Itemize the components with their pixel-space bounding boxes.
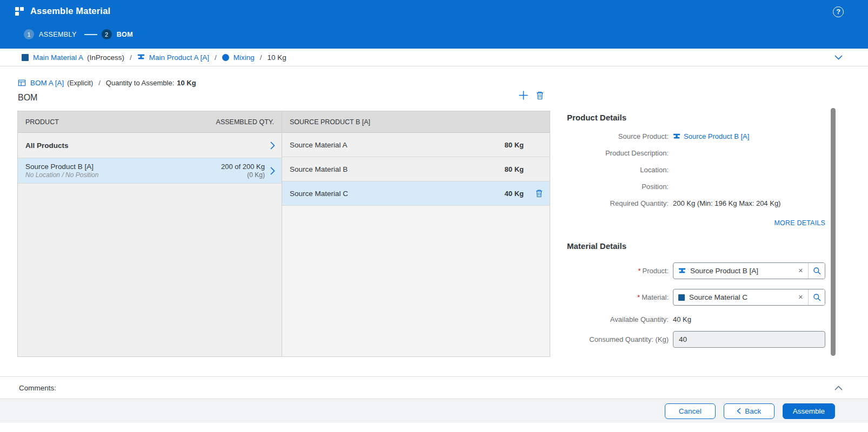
row-all-products[interactable]: All Products	[18, 133, 282, 158]
field-position: Position:	[567, 181, 825, 192]
quantity-to-assemble-label: Quantity to Assemble:	[106, 79, 174, 87]
bom-link[interactable]: BOM A [A]	[30, 79, 64, 87]
bom-table-actions	[518, 90, 544, 100]
material-panel: SOURCE PRODUCT B [A] Source Material A 8…	[282, 111, 550, 356]
clear-icon[interactable]: ✕	[793, 294, 808, 301]
delete-icon[interactable]	[536, 91, 544, 100]
step-assembly[interactable]: 1 ASSEMBLY	[24, 29, 77, 39]
breadcrumb-operation-link[interactable]: Mixing	[233, 53, 255, 62]
app-logo-icon	[15, 6, 24, 16]
breadcrumb-separator: /	[98, 79, 101, 87]
product-field-label: *Product:	[567, 267, 669, 275]
app-brand: Assemble Material	[15, 6, 110, 16]
material-field-label: *Material:	[567, 293, 669, 301]
more-details-link[interactable]: MORE DETAILS	[567, 219, 825, 227]
step-connector	[84, 34, 97, 35]
form-row-available-quantity: Available Quantity: 40 Kg	[567, 315, 825, 323]
wizard-steps: 1 ASSEMBLY 2 BOM	[24, 29, 133, 39]
consumed-quantity-label: Consumed Quantity: (Kg)	[567, 335, 669, 343]
breadcrumb-separator: /	[130, 53, 132, 62]
column-product: PRODUCT	[25, 118, 59, 126]
breadcrumb-separator: /	[260, 53, 262, 62]
bom-table-icon	[18, 79, 26, 87]
product-row-text: Source Product B [A] No Location / No Po…	[25, 162, 221, 179]
product-details-fields: Source Product: Source Product B [A] Pro…	[567, 131, 825, 215]
form-row-consumed-quantity: Consumed Quantity: (Kg)	[567, 331, 825, 348]
form-row-material: *Material: Source Material C ✕	[567, 289, 825, 306]
cancel-button[interactable]: Cancel	[665, 403, 716, 419]
product-description-label: Product Description:	[567, 148, 669, 158]
search-icon[interactable]	[808, 263, 825, 279]
material-field-value: Source Material C	[689, 293, 793, 301]
field-location: Location:	[567, 165, 825, 175]
step-assembly-label: ASSEMBLY	[39, 31, 77, 38]
material-qty: 80 Kg	[505, 141, 524, 149]
field-product-description: Product Description:	[567, 148, 825, 158]
material-panel-header: SOURCE PRODUCT B [A]	[282, 111, 550, 133]
column-assembled-qty: ASSEMBLED QTY.	[216, 118, 274, 126]
chevron-right-icon[interactable]	[270, 167, 275, 175]
row-source-material-b[interactable]: Source Material B 80 Kg	[282, 157, 550, 181]
breadcrumb-main-product-link[interactable]: Main Product A [A]	[149, 53, 209, 62]
search-icon[interactable]	[808, 289, 825, 305]
help-button[interactable]: ?	[833, 6, 844, 17]
material-details-form: *Product: Source Product B [A] ✕ *Materi…	[567, 262, 825, 357]
assemble-button[interactable]: Assemble	[783, 403, 835, 419]
chevron-down-icon[interactable]	[834, 55, 843, 60]
app-title: Assemble Material	[30, 6, 110, 16]
product-field[interactable]: Source Product B [A] ✕	[673, 262, 825, 279]
material-details-title: Material Details	[567, 241, 626, 251]
bom-table: PRODUCT ASSEMBLED QTY. All Products Sour…	[17, 111, 550, 357]
breadcrumb: Main Material A (InProcess) / Main Produ…	[0, 49, 868, 66]
step-bom[interactable]: 2 BOM	[102, 29, 133, 39]
chevron-right-icon[interactable]	[270, 141, 275, 150]
material-name: Source Material B	[290, 165, 505, 173]
material-qty: 40 Kg	[505, 190, 524, 198]
product-details-title: Product Details	[567, 113, 626, 122]
bom-type: (Explicit)	[67, 79, 93, 87]
available-quantity-value: 40 Kg	[673, 315, 691, 323]
breadcrumb-separator: /	[215, 53, 217, 62]
product-icon	[137, 53, 145, 61]
column-source-product: SOURCE PRODUCT B [A]	[290, 118, 370, 126]
delete-icon[interactable]	[535, 189, 543, 198]
required-marker: *	[638, 267, 641, 275]
row-source-product-b[interactable]: Source Product B [A] No Location / No Po…	[18, 158, 282, 184]
chevron-up-icon[interactable]	[834, 386, 843, 390]
product-icon	[673, 133, 680, 140]
consumed-quantity-input[interactable]	[673, 331, 825, 348]
required-marker: *	[637, 293, 640, 301]
material-field[interactable]: Source Material C ✕	[673, 289, 825, 306]
assemble-material-screen: Assemble Material ? 1 ASSEMBLY 2 BOM Mai…	[0, 0, 868, 432]
quantity-to-assemble-value: 10 Kg	[177, 79, 196, 87]
add-icon[interactable]	[518, 90, 529, 100]
source-product-link[interactable]: Source Product B [A]	[684, 131, 749, 141]
required-quantity-label: Required Quantity:	[567, 198, 669, 208]
field-source-product: Source Product: Source Product B [A]	[567, 131, 825, 141]
assembled-qty-secondary: (0 Kg)	[221, 171, 265, 179]
scrollbar-thumb[interactable]	[831, 108, 836, 356]
row-source-material-c[interactable]: Source Material C 40 Kg	[282, 181, 550, 206]
clear-icon[interactable]: ✕	[793, 267, 808, 274]
back-button[interactable]: Back	[724, 403, 774, 419]
row-source-material-a[interactable]: Source Material A 80 Kg	[282, 133, 550, 157]
field-required-quantity: Required Quantity: 200 Kg (Min: 196 Kg M…	[567, 198, 825, 208]
back-button-label: Back	[745, 407, 761, 415]
product-panel-header: PRODUCT ASSEMBLED QTY.	[18, 111, 282, 133]
material-square-icon	[678, 294, 685, 301]
breadcrumb-main-material-link[interactable]: Main Material A	[33, 53, 83, 62]
material-status: (InProcess)	[87, 53, 124, 62]
comments-section: Comments:	[0, 376, 868, 399]
app-header: Assemble Material ? 1 ASSEMBLY 2 BOM	[0, 0, 868, 49]
material-name: Source Material C	[290, 190, 505, 198]
product-field-value: Source Product B [A]	[690, 267, 793, 275]
required-quantity-value: 200 Kg (Min: 196 Kg Max: 204 Kg)	[673, 198, 780, 208]
product-icon	[678, 267, 686, 275]
bom-breadcrumb: BOM A [A] (Explicit) / Quantity to Assem…	[18, 79, 196, 87]
product-panel: PRODUCT ASSEMBLED QTY. All Products Sour…	[18, 111, 282, 356]
step-assembly-number: 1	[24, 29, 34, 39]
material-qty: 80 Kg	[505, 165, 524, 173]
assembled-qty-value: 200 of 200 Kg	[221, 162, 265, 171]
operation-circle-icon	[222, 54, 229, 61]
all-products-label: All Products	[25, 141, 270, 150]
